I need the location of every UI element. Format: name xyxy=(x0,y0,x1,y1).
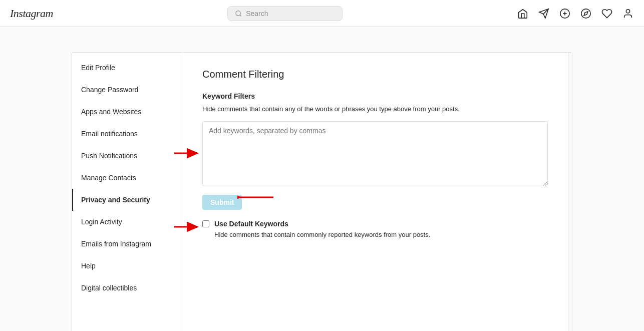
top-navigation: Instagram xyxy=(0,0,644,27)
sidebar-item-help[interactable]: Help xyxy=(72,255,182,277)
profile-icon[interactable] xyxy=(622,8,634,20)
activity-icon[interactable] xyxy=(601,8,613,20)
svg-point-0 xyxy=(236,11,240,15)
svg-marker-6 xyxy=(584,12,588,16)
search-icon xyxy=(235,10,242,18)
default-keywords-row: Use Default Keywords xyxy=(202,220,548,228)
arrow-annotation-checkbox xyxy=(173,221,201,233)
default-keywords-description: Hide comments that contain commonly repo… xyxy=(214,230,548,240)
default-keywords-checkbox[interactable] xyxy=(202,220,209,227)
settings-sidebar: Edit ProfileChange PasswordApps and Webs… xyxy=(72,53,182,331)
sidebar-item-push-notifications[interactable]: Push Notifications xyxy=(72,145,182,167)
search-bar[interactable] xyxy=(227,6,343,21)
svg-point-7 xyxy=(626,9,629,13)
sidebar-item-emails-from-instagram[interactable]: Emails from Instagram xyxy=(72,233,182,255)
submit-button[interactable]: Submit xyxy=(202,195,242,210)
sidebar-item-change-password[interactable]: Change Password xyxy=(72,79,182,101)
nav-icons xyxy=(517,8,634,20)
page-title: Comment Filtering xyxy=(202,69,548,80)
settings-content: Comment Filtering Keyword Filters Hide c… xyxy=(182,53,568,331)
arrow-annotation-textarea xyxy=(173,146,201,160)
instagram-logo: Instagram xyxy=(10,7,53,20)
section-description: Hide comments that contain any of the wo… xyxy=(202,104,548,114)
default-keywords-section: Use Default Keywords Hide comments that … xyxy=(202,220,548,240)
send-icon[interactable] xyxy=(538,8,550,20)
settings-panel: Edit ProfileChange PasswordApps and Webs… xyxy=(72,52,572,331)
keyword-filter-area xyxy=(202,121,548,188)
submit-area: Submit xyxy=(202,188,242,210)
search-input[interactable] xyxy=(246,10,335,18)
svg-line-1 xyxy=(240,15,241,16)
sidebar-item-digital-collectibles[interactable]: Digital collectibles xyxy=(72,277,182,299)
scrollbar[interactable] xyxy=(568,53,572,331)
sidebar-item-edit-profile[interactable]: Edit Profile xyxy=(72,57,182,79)
sidebar-item-manage-contacts[interactable]: Manage Contacts xyxy=(72,167,182,189)
home-icon[interactable] xyxy=(517,8,529,20)
create-icon[interactable] xyxy=(559,8,571,20)
sidebar-item-login-activity[interactable]: Login Activity xyxy=(72,211,182,233)
explore-icon[interactable] xyxy=(580,8,592,20)
sidebar-item-apps-and-websites[interactable]: Apps and Websites xyxy=(72,101,182,123)
keyword-input[interactable] xyxy=(202,121,548,186)
arrow-annotation-submit xyxy=(237,190,275,204)
svg-point-5 xyxy=(581,9,590,18)
default-keywords-label: Use Default Keywords xyxy=(214,220,288,228)
sidebar-item-email-notifications[interactable]: Email notifications xyxy=(72,123,182,145)
sidebar-item-privacy-and-security[interactable]: Privacy and Security xyxy=(72,189,182,211)
section-label: Keyword Filters xyxy=(202,92,548,100)
